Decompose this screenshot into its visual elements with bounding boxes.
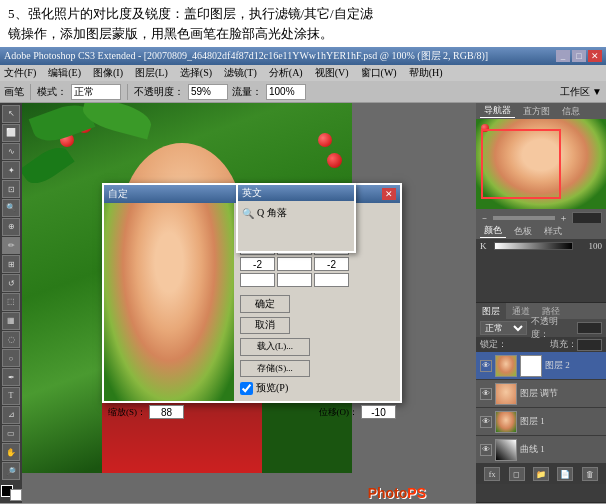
small-dialog-body: 🔍 Q 角落 <box>238 201 354 225</box>
tool-gradient[interactable]: ▦ <box>2 312 20 330</box>
color-row-k: K 100 <box>476 239 606 253</box>
menu-edit[interactable]: 编辑(E) <box>46 66 83 80</box>
canvas-area[interactable]: 自定 ✕ <box>22 103 476 503</box>
dialog-ok-button[interactable]: 确定 <box>240 295 290 313</box>
watermark: PhotoPS <box>368 485 426 501</box>
delete-layer-button[interactable]: 🗑 <box>582 467 598 481</box>
swatches-tab[interactable]: 色板 <box>510 225 536 238</box>
layer-thumb-adj <box>495 383 517 405</box>
close-button[interactable]: ✕ <box>588 50 602 62</box>
matrix-3-1[interactable] <box>277 257 312 271</box>
instruction-line2: 镜操作，添加图层蒙版，用黑色画笔在脸部高光处涂抹。 <box>8 24 598 44</box>
menu-image[interactable]: 图像(I) <box>91 66 125 80</box>
tool-type[interactable]: T <box>2 387 20 405</box>
minimize-button[interactable]: _ <box>556 50 570 62</box>
tool-crop[interactable]: ⊡ <box>2 180 20 198</box>
workspace-label: 工作区 ▼ <box>560 85 602 99</box>
flow-input[interactable] <box>266 84 306 100</box>
tool-magic-wand[interactable]: ✦ <box>2 161 20 179</box>
title-bar: Adobe Photoshop CS3 Extended - [20070809… <box>0 47 606 65</box>
tool-zoom[interactable]: 🔎 <box>2 462 20 480</box>
mode-input[interactable] <box>71 84 121 100</box>
scale-input[interactable] <box>149 405 184 419</box>
layer-item-curve[interactable]: 👁 曲线 1 <box>476 436 606 464</box>
menu-window[interactable]: 窗口(W) <box>359 66 399 80</box>
tool-blur[interactable]: ◌ <box>2 331 20 349</box>
layers-panel: 图层 通道 路径 正常 不透明度： 100% 锁定： 填充： 100% <box>476 303 606 503</box>
new-layer-button[interactable]: 📄 <box>557 467 573 481</box>
new-group-button[interactable]: 📁 <box>533 467 549 481</box>
photoshop-window: Adobe Photoshop CS3 Extended - [20070809… <box>0 47 606 504</box>
tool-clone[interactable]: ⊞ <box>2 255 20 273</box>
dialog-cancel-button[interactable]: 取消 <box>240 317 290 335</box>
maximize-button[interactable]: □ <box>572 50 586 62</box>
tool-brush[interactable]: ✏ <box>2 237 20 255</box>
tool-eraser[interactable]: ⬚ <box>2 293 20 311</box>
lock-label: 锁定： <box>480 338 507 351</box>
matrix-3-0[interactable] <box>240 257 275 271</box>
histogram-tab[interactable]: 直方图 <box>519 105 554 118</box>
tool-marquee[interactable]: ⬜ <box>2 124 20 142</box>
zoom-slider[interactable] <box>493 216 555 220</box>
menu-view[interactable]: 视图(V) <box>313 66 351 80</box>
menu-layer[interactable]: 图层(L) <box>133 66 170 80</box>
tool-move[interactable]: ↖ <box>2 105 20 123</box>
layer-item-adj[interactable]: 👁 图层 调节 <box>476 380 606 408</box>
menu-filter[interactable]: 滤镜(T) <box>222 66 259 80</box>
matrix-4-2[interactable] <box>314 273 349 287</box>
menu-analyze[interactable]: 分析(A) <box>267 66 305 80</box>
add-style-button[interactable]: fx <box>484 467 500 481</box>
styles-tab[interactable]: 样式 <box>540 225 566 238</box>
tool-lasso[interactable]: ∿ <box>2 143 20 161</box>
preview-checkbox[interactable] <box>240 382 253 395</box>
navigator-preview <box>476 119 606 209</box>
tool-dodge[interactable]: ○ <box>2 349 20 367</box>
eye-icon-2[interactable]: 👁 <box>480 360 492 372</box>
cherry-5 <box>327 153 342 168</box>
menu-select[interactable]: 选择(S) <box>178 66 214 80</box>
eye-icon-curve[interactable]: 👁 <box>480 444 492 456</box>
scale-row: 缩放(S)： <box>108 405 184 419</box>
color-tab[interactable]: 颜色 <box>480 224 506 238</box>
watermark-text2: PS <box>407 485 426 501</box>
dialog-close[interactable]: ✕ <box>382 188 396 200</box>
leaf-3 <box>22 141 75 190</box>
layer-item-2[interactable]: 👁 图层 2 <box>476 352 606 380</box>
color-title-bar: 颜色 色板 样式 <box>476 223 606 239</box>
eye-icon-adj[interactable]: 👁 <box>480 388 492 400</box>
layers-tab[interactable]: 图层 <box>476 303 506 319</box>
tool-history[interactable]: ↺ <box>2 274 20 292</box>
matrix-4-0[interactable] <box>240 273 275 287</box>
menu-file[interactable]: 文件(F) <box>2 66 38 80</box>
layer-item-1[interactable]: 👁 图层 1 <box>476 408 606 436</box>
color-bar-k[interactable] <box>494 242 573 250</box>
tool-shape[interactable]: ▭ <box>2 425 20 443</box>
background-color[interactable] <box>10 489 22 501</box>
dialog-save-button[interactable]: 存储(S)... <box>240 360 310 378</box>
add-mask-button[interactable]: ◻ <box>509 467 525 481</box>
offset-input[interactable] <box>361 405 396 419</box>
dialog-footer: 缩放(S)： 位移(O)： <box>104 401 400 423</box>
fill-input[interactable]: 100% <box>577 339 602 351</box>
opacity-input[interactable]: 100% <box>577 322 602 334</box>
eye-icon-1[interactable]: 👁 <box>480 416 492 428</box>
matrix-4-1[interactable] <box>277 273 312 287</box>
instruction-text: 5、强化照片的对比度及锐度：盖印图层，执行滤镜/其它/自定滤 镜操作，添加图层蒙… <box>0 0 606 47</box>
tool-eyedropper[interactable]: 🔍 <box>2 199 20 217</box>
tool-path[interactable]: ⊿ <box>2 406 20 424</box>
blend-mode-select[interactable]: 正常 <box>480 321 527 335</box>
dialog-load-button[interactable]: 载入(L)... <box>240 338 310 356</box>
tool-pen[interactable]: ✒ <box>2 368 20 386</box>
main-area: ↖ ⬜ ∿ ✦ ⊡ 🔍 ⊕ ✏ ⊞ ↺ ⬚ ▦ ◌ ○ ✒ T ⊿ ▭ ✋ 🔎 <box>0 103 606 503</box>
menu-help[interactable]: 帮助(H) <box>407 66 445 80</box>
small-dialog-item-1[interactable]: 🔍 Q 角落 <box>242 205 350 221</box>
matrix-3-2[interactable] <box>314 257 349 271</box>
tool-hand[interactable]: ✋ <box>2 443 20 461</box>
tool-heal[interactable]: ⊕ <box>2 218 20 236</box>
info-tab[interactable]: 信息 <box>558 105 584 118</box>
opacity-input[interactable] <box>188 84 228 100</box>
watermark-text1: Photo <box>368 485 408 501</box>
toolbar-separator-2 <box>127 84 128 100</box>
channel-k-value: 100 <box>577 241 602 251</box>
navigator-tab[interactable]: 导航器 <box>480 104 515 118</box>
